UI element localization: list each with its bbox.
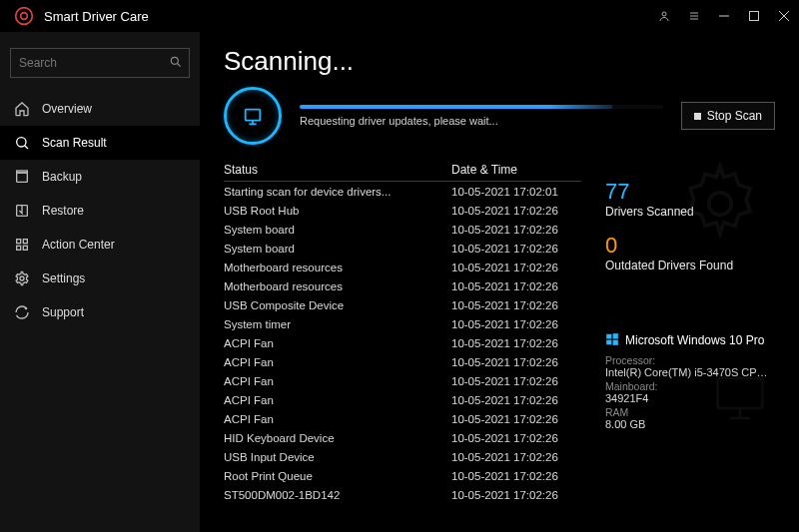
close-button[interactable] [769, 0, 799, 32]
row-status: ACPI Fan [224, 413, 451, 425]
table-row: USB Composite Device10-05-2021 17:02:26 [224, 295, 581, 314]
column-header-status: Status [224, 163, 451, 177]
svg-rect-31 [613, 333, 618, 338]
main-panel: Scanning... Requesting driver updates, p… [200, 32, 799, 532]
search-input[interactable] [19, 56, 169, 70]
svg-point-10 [171, 57, 178, 64]
row-datetime: 10-05-2021 17:02:01 [451, 186, 581, 198]
sidebar-item-backup[interactable]: Backup [0, 160, 200, 194]
svg-rect-19 [17, 246, 21, 250]
scan-title: Scanning... [224, 46, 775, 77]
row-status: Motherboard resources [224, 262, 451, 273]
sidebar-item-label: Restore [42, 204, 84, 218]
windows-icon [605, 332, 619, 348]
table-row: System board10-05-2021 17:02:26 [224, 220, 581, 239]
svg-line-13 [25, 146, 28, 149]
row-status: HID Keyboard Device [224, 432, 451, 444]
row-status: USB Root Hub [224, 205, 451, 217]
nav-icon [14, 101, 30, 117]
row-datetime: 10-05-2021 17:02:26 [451, 318, 581, 330]
row-datetime: 10-05-2021 17:02:26 [451, 489, 581, 501]
svg-rect-33 [613, 340, 618, 345]
row-datetime: 10-05-2021 17:02:26 [451, 375, 581, 387]
sidebar-item-support[interactable]: Support [0, 295, 200, 329]
svg-rect-17 [17, 240, 21, 244]
row-datetime: 10-05-2021 17:02:26 [451, 262, 581, 273]
nav-icon [14, 169, 30, 185]
progress-bar [300, 105, 663, 109]
table-row: USB Input Device10-05-2021 17:02:26 [224, 447, 581, 466]
sidebar-item-label: Scan Result [42, 136, 107, 150]
svg-point-1 [21, 13, 28, 20]
column-header-datetime: Date & Time [451, 163, 581, 177]
table-row: Starting scan for device drivers...10-05… [224, 182, 581, 201]
nav-icon [14, 270, 30, 286]
row-datetime: 10-05-2021 17:02:26 [451, 451, 581, 463]
table-row: ACPI Fan10-05-2021 17:02:26 [224, 409, 581, 428]
sidebar-item-scan-result[interactable]: Scan Result [0, 126, 200, 160]
row-status: ACPI Fan [224, 394, 451, 406]
nav-icon [14, 237, 30, 253]
sidebar-item-restore[interactable]: Restore [0, 194, 200, 228]
row-status: Motherboard resources [224, 280, 451, 292]
sidebar-item-label: Overview [42, 102, 92, 116]
row-datetime: 10-05-2021 17:02:26 [451, 394, 581, 406]
table-row: ACPI Fan10-05-2021 17:02:26 [224, 352, 581, 371]
svg-rect-27 [718, 378, 763, 408]
sidebar-item-settings[interactable]: Settings [0, 262, 200, 295]
table-row: Motherboard resources10-05-2021 17:02:26 [224, 276, 581, 295]
sidebar: OverviewScan ResultBackupRestoreAction C… [0, 32, 200, 532]
svg-rect-30 [606, 334, 611, 339]
row-status: USB Composite Device [224, 299, 451, 311]
row-status: ST500DM002-1BD142 [224, 489, 451, 501]
svg-rect-18 [23, 240, 27, 244]
row-status: USB Input Device [224, 451, 451, 463]
row-status: System board [224, 224, 451, 236]
sidebar-item-label: Support [42, 305, 84, 319]
maximize-button[interactable] [739, 0, 769, 32]
row-status: ACPI Fan [224, 375, 451, 387]
menu-icon[interactable] [679, 0, 709, 32]
app-title: Smart Driver Care [44, 9, 649, 24]
row-status: System timer [224, 318, 451, 330]
svg-line-11 [178, 63, 181, 66]
nav-icon [14, 304, 30, 320]
system-info: Microsoft Windows 10 Pro Processor: Inte… [605, 332, 775, 430]
user-icon[interactable] [649, 0, 679, 32]
search-box[interactable] [10, 48, 190, 78]
sidebar-item-overview[interactable]: Overview [0, 92, 200, 126]
stop-scan-button[interactable]: Stop Scan [681, 102, 775, 130]
scan-log-body[interactable]: Starting scan for device drivers...10-05… [224, 182, 581, 522]
svg-rect-15 [17, 171, 28, 173]
table-row: System timer10-05-2021 17:02:26 [224, 314, 581, 333]
outdated-label: Outdated Drivers Found [605, 259, 775, 272]
sidebar-item-label: Backup [42, 170, 82, 184]
row-datetime: 10-05-2021 17:02:26 [451, 413, 581, 425]
row-status: ACPI Fan [224, 337, 451, 349]
row-status: System board [224, 243, 451, 255]
sidebar-item-action-center[interactable]: Action Center [0, 228, 200, 262]
svg-point-2 [662, 12, 666, 16]
svg-rect-7 [750, 12, 759, 21]
gear-bg-icon [675, 159, 765, 252]
table-row: System board10-05-2021 17:02:26 [224, 239, 581, 258]
table-row: ST500DM002-1BD14210-05-2021 17:02:26 [224, 485, 581, 504]
processor-label: Processor: [605, 354, 775, 366]
row-status: Root Print Queue [224, 470, 451, 482]
row-datetime: 10-05-2021 17:02:26 [451, 337, 581, 349]
app-logo-icon [14, 6, 34, 26]
row-datetime: 10-05-2021 17:02:26 [451, 432, 581, 444]
row-datetime: 10-05-2021 17:02:26 [451, 205, 581, 217]
table-row: Motherboard resources10-05-2021 17:02:26 [224, 258, 581, 276]
sidebar-item-label: Settings [42, 271, 85, 285]
svg-point-26 [709, 193, 732, 216]
row-datetime: 10-05-2021 17:02:26 [451, 356, 581, 368]
nav-icon [14, 135, 30, 151]
svg-point-12 [17, 138, 26, 147]
row-datetime: 10-05-2021 17:02:26 [451, 280, 581, 292]
row-datetime: 10-05-2021 17:02:26 [451, 470, 581, 482]
minimize-button[interactable] [709, 0, 739, 32]
monitor-bg-icon [705, 368, 775, 430]
progress-message: Requesting driver updates, please wait..… [300, 115, 663, 127]
stop-scan-label: Stop Scan [707, 109, 762, 123]
